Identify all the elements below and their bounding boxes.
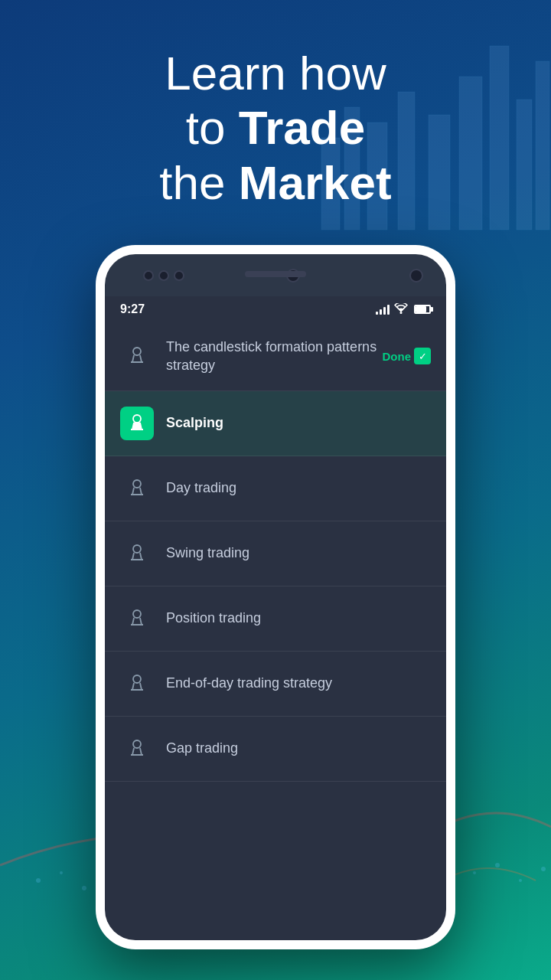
end-of-day-title: End-of-day trading strategy: [166, 675, 332, 691]
svg-point-35: [133, 415, 141, 423]
svg-point-33: [133, 348, 141, 355]
svg-point-30: [519, 879, 522, 882]
svg-point-45: [133, 740, 141, 748]
position-trading-icon-container: [120, 602, 154, 635]
done-badge: Done ✓: [383, 348, 432, 364]
headline-line3-bold: Market: [239, 156, 392, 209]
svg-point-32: [400, 312, 403, 314]
list-item-day-trading[interactable]: Day trading: [105, 456, 446, 521]
phone-top-bar: [105, 254, 446, 296]
headline-line3-normal: the: [159, 156, 238, 209]
chess-pawn-gap-icon: [126, 738, 148, 760]
battery-fill: [416, 306, 426, 312]
day-trading-title: Day trading: [166, 480, 236, 495]
svg-point-28: [473, 871, 476, 874]
signal-bar-3: [383, 307, 386, 315]
camera-dot-1: [143, 270, 154, 281]
gap-trading-icon-container: [120, 732, 154, 766]
swing-trading-text: Swing trading: [166, 544, 431, 562]
chess-pawn-position-icon: [126, 608, 148, 629]
gap-trading-title: Gap trading: [166, 740, 238, 756]
camera-area: [143, 270, 184, 281]
svg-point-41: [133, 610, 141, 618]
lesson-list: The candlestick formation patterns strat…: [105, 322, 446, 782]
list-item-end-of-day[interactable]: End-of-day trading strategy: [105, 652, 446, 717]
headline-line2-bold: Trade: [239, 101, 365, 154]
status-icons: [376, 303, 431, 316]
headline-line2-normal: to: [186, 101, 239, 154]
battery-icon: [414, 305, 431, 314]
list-item-gap-trading[interactable]: Gap trading: [105, 717, 446, 782]
svg-point-29: [495, 863, 500, 867]
signal-bar-4: [387, 305, 390, 315]
headline: Learn how to Trade the Market: [0, 46, 551, 210]
day-trading-text: Day trading: [166, 479, 431, 497]
headline-line1: Learn how: [165, 47, 386, 100]
swing-trading-icon-container: [120, 537, 154, 570]
phone-screen: 9:27: [105, 296, 446, 940]
scalping-title: Scalping: [166, 415, 223, 430]
front-sensor: [409, 269, 423, 283]
gap-trading-text: Gap trading: [166, 739, 431, 757]
candlestick-icon-container: [120, 339, 154, 373]
candlestick-text: The candlestick formation patterns strat…: [166, 338, 383, 375]
signal-bar-1: [376, 312, 378, 315]
chess-pawn-swing-icon: [126, 543, 148, 564]
scalping-text: Scalping: [166, 413, 431, 432]
status-time: 9:27: [120, 302, 145, 316]
done-label: Done: [383, 350, 412, 363]
chess-pawn-active-icon: [126, 413, 148, 434]
svg-point-11: [82, 886, 86, 890]
end-of-day-text: End-of-day trading strategy: [166, 674, 431, 692]
position-trading-title: Position trading: [166, 610, 261, 626]
end-of-day-icon-container: [120, 667, 154, 701]
chess-pawn-day-icon: [126, 478, 148, 499]
list-item-scalping[interactable]: Scalping: [105, 391, 446, 456]
header-section: Learn how to Trade the Market: [0, 46, 551, 210]
svg-point-39: [133, 545, 141, 553]
phone-frame: 9:27: [96, 245, 455, 949]
speaker-grille: [245, 271, 306, 277]
svg-point-10: [60, 871, 63, 874]
swing-trading-title: Swing trading: [166, 545, 249, 560]
svg-point-43: [133, 675, 141, 683]
camera-dot-3: [174, 270, 184, 281]
position-trading-text: Position trading: [166, 609, 431, 627]
signal-bar-2: [380, 309, 382, 315]
chess-pawn-eod-icon: [126, 673, 148, 694]
svg-point-37: [133, 480, 141, 488]
wifi-icon: [394, 303, 408, 316]
scalping-icon-container: [120, 407, 154, 440]
svg-point-9: [36, 878, 41, 883]
camera-dot-2: [158, 270, 169, 281]
day-trading-icon-container: [120, 472, 154, 505]
list-item-candlestick[interactable]: The candlestick formation patterns strat…: [105, 322, 446, 391]
candlestick-title: The candlestick formation patterns strat…: [166, 339, 377, 373]
done-checkmark: ✓: [414, 348, 431, 364]
chess-pawn-icon: [126, 345, 148, 367]
status-bar: 9:27: [105, 296, 446, 322]
svg-point-31: [541, 867, 546, 871]
list-item-swing-trading[interactable]: Swing trading: [105, 521, 446, 586]
signal-icon: [376, 304, 390, 315]
list-item-position-trading[interactable]: Position trading: [105, 586, 446, 652]
